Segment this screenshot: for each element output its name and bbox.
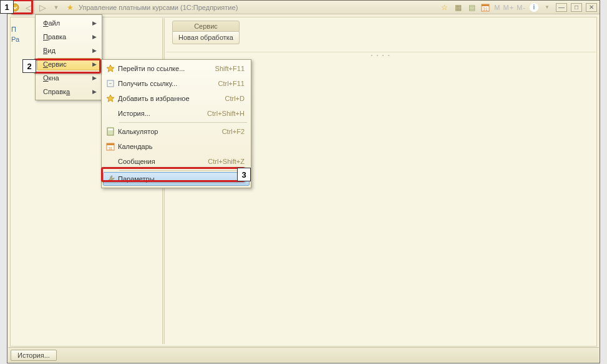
sidebar-line1: П bbox=[11, 24, 19, 34]
menu-separator bbox=[119, 170, 247, 171]
titlebar-left: ◁ ▷ ▼ ★ Управление платными курсами (1С:… bbox=[10, 2, 439, 12]
close-button[interactable]: ✕ bbox=[586, 3, 597, 12]
menu-label: Файл bbox=[43, 19, 92, 27]
submenu-label: Получить ссылку... bbox=[118, 80, 218, 87]
menu-label: Окна bbox=[43, 74, 92, 82]
app-window: ◁ ▷ ▼ ★ Управление платными курсами (1С:… bbox=[7, 0, 600, 363]
submenu-label: Сообщения bbox=[118, 158, 208, 165]
menu-edit[interactable]: Правка▶ bbox=[37, 30, 100, 44]
info-icon[interactable]: i bbox=[530, 3, 538, 12]
menu-help[interactable]: Справка▶ bbox=[37, 85, 100, 98]
shortcut-text: Ctrl+Shift+Z bbox=[208, 158, 245, 165]
submenu-get-link[interactable]: Получить ссылку... Ctrl+F11 bbox=[103, 76, 250, 91]
shortcut-text: Shift+F11 bbox=[215, 65, 245, 72]
minimize-button[interactable]: — bbox=[556, 3, 567, 12]
submenu-label: История... bbox=[118, 110, 207, 117]
wrench-icon bbox=[104, 175, 118, 183]
submenu-label: Календарь bbox=[118, 143, 245, 150]
svg-rect-6 bbox=[108, 128, 113, 130]
submenu-messages[interactable]: Сообщения Ctrl+Shift+Z bbox=[103, 154, 250, 169]
menu-label: Вид bbox=[43, 47, 92, 54]
maximize-button[interactable]: □ bbox=[571, 3, 582, 12]
window-title: Управление платными курсами (1С:Предприя… bbox=[79, 4, 238, 11]
submenu-parameters[interactable]: Параметры... bbox=[103, 172, 250, 186]
callout-3-number: 3 bbox=[237, 168, 251, 181]
statusbar: История... bbox=[8, 347, 599, 362]
callout-2-number: 2 bbox=[22, 59, 36, 73]
star-icon bbox=[103, 94, 118, 103]
submenu-label: Параметры... bbox=[118, 175, 245, 183]
star-icon bbox=[103, 64, 118, 73]
submenu-arrow-icon: ▶ bbox=[92, 47, 97, 54]
submenu-add-favorite[interactable]: Добавить в избранное Ctrl+D bbox=[103, 91, 250, 106]
shortcut-text: Ctrl+F11 bbox=[218, 80, 245, 87]
svg-text:31: 31 bbox=[109, 146, 113, 150]
memory-buttons[interactable]: M M+ M- bbox=[494, 4, 526, 11]
nav-back-icon[interactable]: ◁ bbox=[24, 2, 34, 12]
menu-label: Сервис bbox=[43, 60, 92, 68]
submenu-history[interactable]: История... Ctrl+Shift+H bbox=[103, 106, 250, 121]
service-submenu: Перейти по ссылке... Shift+F11 Получить … bbox=[101, 59, 251, 188]
submenu-label: Перейти по ссылке... bbox=[118, 65, 215, 72]
submenu-calculator[interactable]: Калькулятор Ctrl+F2 bbox=[103, 124, 250, 139]
submenu-label: Калькулятор bbox=[118, 128, 222, 135]
main-menu: Файл▶ Правка▶ Вид▶ Сервис▶ Окна▶ Справка… bbox=[35, 14, 102, 100]
submenu-label: Добавить в избранное bbox=[118, 95, 225, 102]
calendar-icon[interactable]: 31 bbox=[480, 2, 490, 12]
submenu-arrow-icon: ▶ bbox=[92, 75, 97, 81]
sidebar-line2: Ра bbox=[11, 34, 19, 44]
star-icon[interactable]: ☆ bbox=[439, 2, 449, 12]
titlebar-right: ☆ ▦ ▤ 31 M M+ M- i ▼ — □ ✕ bbox=[439, 2, 597, 12]
sidebar-text: П Ра bbox=[11, 24, 19, 44]
info-dropdown-icon[interactable]: ▼ bbox=[542, 2, 552, 12]
menu-label: Справка bbox=[43, 88, 92, 95]
submenu-arrow-icon: ▶ bbox=[92, 61, 97, 67]
svg-text:31: 31 bbox=[483, 7, 488, 11]
submenu-calendar[interactable]: 31 Календарь bbox=[103, 139, 250, 154]
new-processing-button[interactable]: Новая обработка bbox=[172, 32, 240, 44]
link-icon bbox=[103, 79, 118, 88]
submenu-goto-link[interactable]: Перейти по ссылке... Shift+F11 bbox=[103, 61, 250, 76]
submenu-arrow-icon: ▶ bbox=[92, 89, 97, 95]
panel-grip[interactable]: • • • • bbox=[166, 52, 596, 57]
callout-1-number: 1 bbox=[0, 0, 14, 14]
calculator-icon[interactable]: ▤ bbox=[467, 2, 477, 12]
titlebar: ◁ ▷ ▼ ★ Управление платными курсами (1С:… bbox=[7, 1, 600, 14]
svg-rect-8 bbox=[107, 143, 114, 145]
menu-service[interactable]: Сервис▶ bbox=[37, 58, 100, 70]
history-button[interactable]: История... bbox=[11, 350, 57, 361]
service-title: Сервис bbox=[172, 21, 240, 32]
menu-separator bbox=[119, 122, 247, 123]
calculator-icon bbox=[103, 127, 118, 136]
dropdown-icon[interactable]: ▼ bbox=[51, 2, 61, 12]
shortcut-text: Ctrl+Shift+H bbox=[207, 110, 245, 117]
shortcut-text: Ctrl+F2 bbox=[222, 128, 245, 135]
menu-windows[interactable]: Окна▶ bbox=[37, 71, 100, 85]
favorite-icon[interactable]: ★ bbox=[65, 2, 75, 12]
menu-view[interactable]: Вид▶ bbox=[37, 44, 100, 57]
clip-icon[interactable]: ▦ bbox=[453, 2, 463, 12]
nav-forward-icon[interactable]: ▷ bbox=[37, 2, 47, 12]
submenu-arrow-icon: ▶ bbox=[92, 20, 97, 26]
submenu-arrow-icon: ▶ bbox=[92, 34, 97, 40]
menu-file[interactable]: Файл▶ bbox=[37, 16, 100, 30]
svg-rect-2 bbox=[482, 4, 489, 6]
menu-label: Правка bbox=[43, 33, 92, 41]
service-panel: Сервис Новая обработка bbox=[172, 21, 240, 44]
calendar-icon: 31 bbox=[103, 142, 118, 151]
shortcut-text: Ctrl+D bbox=[225, 95, 245, 102]
